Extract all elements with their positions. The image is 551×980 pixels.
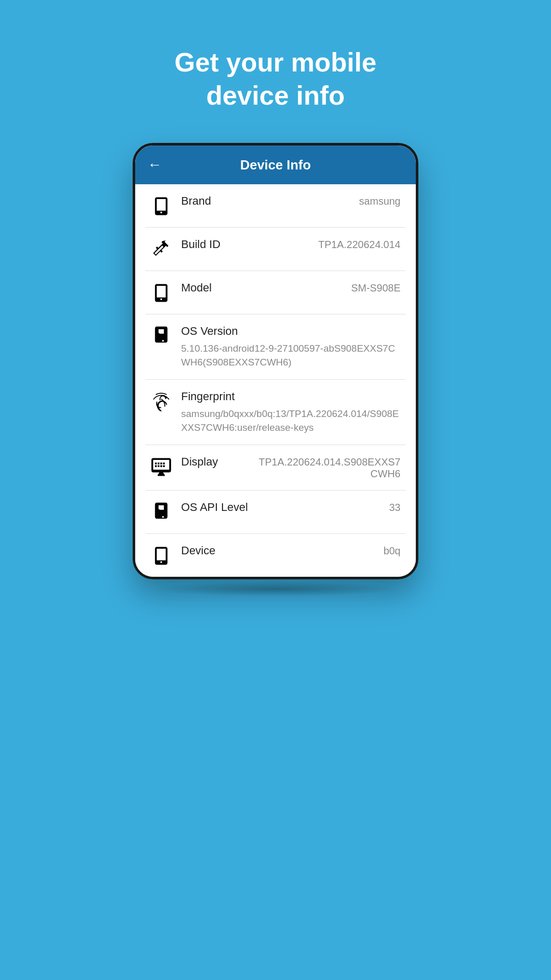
build-icon bbox=[151, 239, 172, 260]
item-value-model: SM-S908E bbox=[351, 282, 400, 294]
hero-title: Get your mobile device info bbox=[174, 46, 377, 112]
item-label-os-version: OS Version bbox=[181, 325, 238, 338]
list-item-display: DisplayTP1A.220624.014.S908EXXS7CWH6 bbox=[145, 445, 406, 491]
content-list: BrandsamsungBuild IDTP1A.220624.014Model… bbox=[135, 184, 416, 577]
item-body-device: Deviceb0q bbox=[181, 544, 400, 557]
item-value-device: b0q bbox=[384, 545, 400, 557]
item-value-os-api-level: 33 bbox=[389, 502, 400, 513]
list-item-os-version: OS Version5.10.136-android12-9-27100597-… bbox=[145, 314, 406, 380]
item-body-fingerprint: Fingerprintsamsung/b0qxxx/b0q:13/TP1A.22… bbox=[181, 390, 400, 434]
display-icon bbox=[151, 456, 172, 478]
item-value-os-version: 5.10.136-android12-9-27100597-abS908EXXS… bbox=[181, 342, 400, 369]
android-icon bbox=[151, 326, 172, 347]
list-item-build-id: Build IDTP1A.220624.014 bbox=[145, 228, 406, 271]
list-item-os-api-level: OS API Level33 bbox=[145, 491, 406, 534]
app-header: ← Device Info bbox=[135, 145, 416, 184]
phone-frame: ← Device Info BrandsamsungBuild IDTP1A.2… bbox=[133, 143, 418, 579]
item-label-device: Device bbox=[181, 544, 215, 557]
hero-line2: device info bbox=[206, 81, 345, 110]
phone-icon bbox=[151, 282, 172, 304]
back-button[interactable]: ← bbox=[147, 157, 162, 173]
item-label-brand: Brand bbox=[181, 194, 211, 208]
item-label-display: Display bbox=[181, 455, 218, 469]
phone-shadow bbox=[153, 581, 398, 597]
item-body-os-version: OS Version5.10.136-android12-9-27100597-… bbox=[181, 325, 400, 369]
item-label-fingerprint: Fingerprint bbox=[181, 390, 235, 403]
item-value-fingerprint: samsung/b0qxxx/b0q:13/TP1A.220624.014/S9… bbox=[181, 407, 400, 434]
phone-icon bbox=[151, 195, 172, 217]
list-item-device: Deviceb0q bbox=[145, 534, 406, 577]
app-title: Device Info bbox=[240, 157, 311, 173]
android-icon bbox=[151, 502, 172, 523]
item-label-model: Model bbox=[181, 281, 212, 295]
item-label-os-api-level: OS API Level bbox=[181, 501, 248, 514]
hero-line1: Get your mobile bbox=[174, 47, 377, 77]
item-value-display: TP1A.220624.014.S908EXXS7CWH6 bbox=[258, 456, 400, 480]
item-body-brand: Brandsamsung bbox=[181, 194, 400, 208]
item-value-build-id: TP1A.220624.014 bbox=[318, 239, 400, 251]
item-body-display: DisplayTP1A.220624.014.S908EXXS7CWH6 bbox=[181, 455, 400, 480]
item-body-build-id: Build IDTP1A.220624.014 bbox=[181, 238, 400, 251]
item-body-model: ModelSM-S908E bbox=[181, 281, 400, 295]
fingerprint-icon bbox=[151, 391, 172, 412]
item-value-brand: samsung bbox=[359, 195, 400, 207]
list-item-model: ModelSM-S908E bbox=[145, 271, 406, 314]
item-label-build-id: Build ID bbox=[181, 238, 220, 251]
hero-section: Get your mobile device info bbox=[174, 46, 377, 112]
item-body-os-api-level: OS API Level33 bbox=[181, 501, 400, 514]
list-item-fingerprint: Fingerprintsamsung/b0qxxx/b0q:13/TP1A.22… bbox=[145, 380, 406, 445]
phone-icon bbox=[151, 545, 172, 567]
list-item-brand: Brandsamsung bbox=[145, 184, 406, 228]
